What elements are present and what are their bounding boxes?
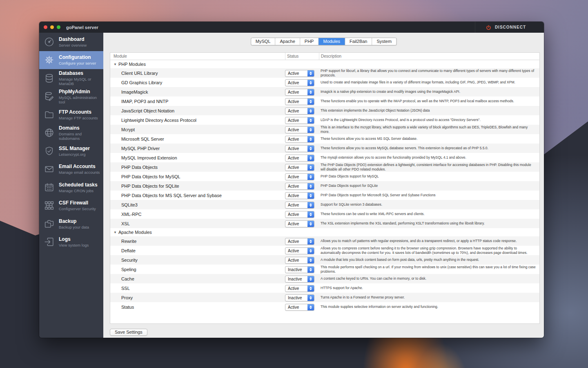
logs-icon (44, 236, 55, 247)
sidebar-item-ssl-manager[interactable]: SSL ManagerLetsencrypt.org (39, 142, 103, 160)
chevron-up-icon (310, 249, 312, 251)
table-row: RewriteActiveAllows you to match url pat… (110, 236, 539, 246)
sidebar-item-text: FTP AccountsManage FTP accounts (59, 109, 98, 120)
disconnect-button[interactable]: DISCONNECT (475, 22, 544, 33)
sidebar-item-title: Domains (59, 125, 103, 131)
status-cell: Active (285, 154, 319, 162)
sidebar-item-text: Email AccountsManage email accounts (59, 164, 100, 175)
status-dropdown[interactable]: Active (285, 247, 314, 254)
module-name: Status (110, 305, 285, 310)
status-dropdown[interactable]: Active (285, 136, 314, 143)
sidebar-item-subtitle: Domains and subdomains (59, 132, 103, 141)
chevron-up-icon (310, 156, 312, 158)
sidebar-item-backup[interactable]: BackupBackup your data (39, 215, 103, 233)
close-button[interactable] (44, 25, 47, 29)
sidebar-item-csf-firewall[interactable]: CSF FirewallConfigserver Security (39, 197, 103, 215)
status-dropdown[interactable]: Active (285, 155, 314, 162)
status-dropdown[interactable]: Active (285, 285, 314, 292)
status-value: Active (285, 183, 307, 189)
status-dropdown[interactable]: Active (285, 202, 314, 209)
status-cell: Active (285, 116, 319, 124)
status-dropdown[interactable]: Inactive (285, 294, 314, 301)
dropdown-arrows-icon (307, 155, 314, 161)
minimize-button[interactable] (50, 25, 54, 29)
section-header-php-modules[interactable]: ▼PHP Modules (110, 60, 539, 68)
dropdown-arrows-icon (307, 70, 314, 76)
sidebar-item-databases[interactable]: DatabasesManage MySQL or MariaDB (39, 69, 103, 88)
sidebar-item-ftp-accounts[interactable]: FTP AccountsManage FTP accounts (39, 105, 103, 124)
tab-system[interactable]: System (372, 38, 396, 45)
status-dropdown[interactable]: Inactive (285, 266, 314, 273)
sidebar-item-subtitle: MySQL administration tool (59, 95, 103, 104)
chevron-down-icon (310, 251, 312, 253)
status-dropdown[interactable]: Active (285, 211, 314, 218)
chevron-down-icon (310, 74, 312, 75)
chevron-up-icon (310, 213, 312, 214)
status-value: Active (285, 257, 307, 263)
module-name: Deflate (110, 248, 285, 253)
tab-modules[interactable]: Modules (318, 38, 345, 45)
status-dropdown[interactable]: Active (285, 183, 314, 190)
sidebar-item-domains[interactable]: DomainsDomains and subdomains (39, 124, 103, 142)
module-name: ImageMagick (110, 90, 285, 94)
module-description: This extension implements the JavaScript… (319, 108, 539, 113)
module-name: JavaScript Object Notation (110, 108, 285, 113)
module-description: Imagick is a native php extension to cre… (319, 90, 539, 94)
status-cell: Active (285, 220, 319, 227)
status-value: Active (285, 193, 307, 199)
status-dropdown[interactable]: Active (285, 79, 314, 86)
section-header-apache-modules[interactable]: ▼Apache Modules (110, 228, 539, 236)
zoom-button[interactable] (57, 25, 60, 29)
save-settings-button[interactable]: Save Settings (110, 329, 147, 336)
chevron-up-icon (310, 175, 312, 177)
tab-apache[interactable]: Apache (276, 38, 300, 45)
table-row: StatusActiveThis module supplies selecti… (110, 302, 539, 312)
status-dropdown[interactable]: Inactive (285, 276, 314, 283)
dropdown-arrows-icon (307, 304, 314, 310)
status-dropdown[interactable]: Active (285, 145, 314, 152)
chevron-up-icon (310, 203, 312, 205)
chevron-down-icon (310, 92, 312, 94)
status-dropdown[interactable]: Active (285, 164, 314, 171)
chevron-up-icon (310, 72, 312, 73)
status-dropdown[interactable]: Active (285, 89, 314, 96)
table-row: MySQL Improved ExtensionActiveThe mysqli… (110, 153, 539, 162)
status-dropdown[interactable]: Active (285, 238, 314, 245)
module-description: These functions allow you to access MySQ… (319, 146, 539, 150)
module-name: XML-RPC (110, 212, 285, 217)
sidebar-item-scheduled-tasks[interactable]: Scheduled tasksManage CRON jobs (39, 178, 103, 197)
module-description: PHP support for libcurl, a library that … (319, 69, 539, 77)
status-dropdown[interactable]: Active (285, 98, 314, 105)
tab-mysql[interactable]: MySQL (251, 38, 276, 45)
status-cell: Active (285, 201, 319, 209)
status-dropdown[interactable]: Active (285, 173, 314, 180)
dropdown-arrows-icon (307, 202, 314, 208)
tab-fail2ban[interactable]: Fail2Ban (345, 38, 372, 45)
module-name: Cache (110, 276, 285, 281)
chevron-up-icon (310, 137, 312, 139)
tab-php[interactable]: PHP (300, 38, 319, 45)
status-cell: Active (285, 237, 319, 245)
status-dropdown[interactable]: Active (285, 192, 314, 199)
status-cell: Active (285, 191, 319, 199)
sidebar-item-dashboard[interactable]: DashboardServer overview (39, 33, 103, 51)
config-tabs: MySQLApachePHPModulesFail2BanSystem (251, 38, 396, 45)
status-dropdown[interactable]: Active (285, 70, 314, 77)
status-dropdown[interactable]: Active (285, 304, 314, 311)
sidebar-item-configuration[interactable]: ConfigurationConfigure your server (39, 51, 103, 70)
sidebar-item-subtitle: Manage FTP accounts (59, 116, 98, 120)
status-dropdown[interactable]: Active (285, 220, 314, 227)
status-dropdown[interactable]: Active (285, 108, 314, 114)
table-row: XSLActiveThe XSL extension implements th… (110, 219, 539, 228)
sidebar-item-logs[interactable]: LogsView system logs (39, 233, 103, 251)
chevron-up-icon (310, 222, 312, 224)
sidebar-item-text: LogsView system logs (59, 236, 89, 247)
sidebar-item-email-accounts[interactable]: Email AccountsManage email accounts (39, 160, 103, 179)
status-dropdown[interactable]: Active (285, 126, 314, 133)
table-row: SSLActiveHTTPS support for Apache. (110, 283, 539, 293)
sidebar-item-subtitle: Manage email accounts (59, 170, 100, 175)
status-dropdown[interactable]: Active (285, 117, 314, 124)
status-dropdown[interactable]: Active (285, 257, 314, 264)
chevron-up-icon (310, 81, 312, 83)
sidebar-item-phpmyadmin[interactable]: PhpMyAdminMySQL administration tool (39, 88, 103, 106)
